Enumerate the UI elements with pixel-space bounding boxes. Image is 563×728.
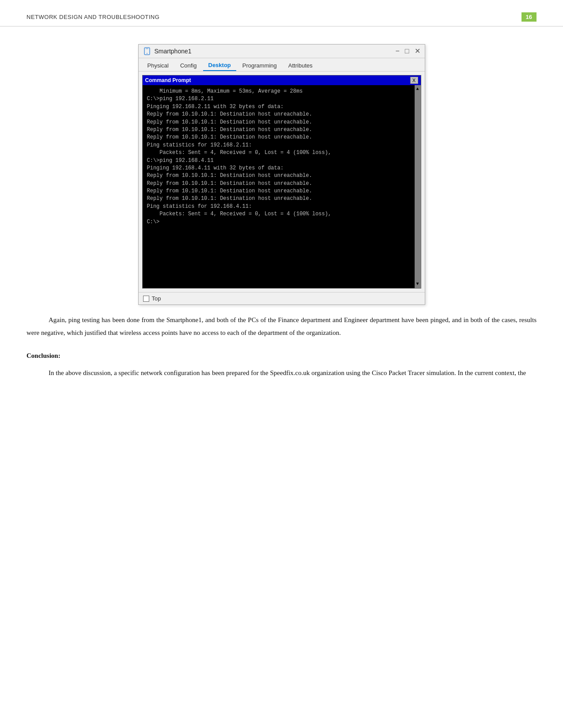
cmd-window: Command Prompt X Minimum = 8ms, Maximum …: [142, 75, 421, 289]
sim-titlebar: Smartphone1 − □ ✕: [139, 45, 425, 58]
cmd-scrollbar[interactable]: ▲ ▼: [415, 85, 421, 288]
cmd-line: Ping statistics for 192.168.4.11:: [147, 203, 409, 210]
tab-physical[interactable]: Physical: [142, 60, 174, 71]
sim-window-title: Smartphone1: [155, 48, 192, 55]
close-button[interactable]: ✕: [415, 48, 420, 55]
cmd-line: Reply from 10.10.10.1: Destination host …: [147, 111, 409, 118]
cmd-line: C:\>: [147, 218, 409, 226]
cmd-line: Ping statistics for 192.168.2.11:: [147, 142, 409, 149]
cmd-content: Minimum = 8ms, Maximum = 53ms, Average =…: [147, 88, 416, 226]
main-content: Smartphone1 − □ ✕ Physical Config Deskto…: [0, 26, 563, 404]
cmd-line: Reply from 10.10.10.1: Destination host …: [147, 195, 409, 203]
tab-attributes[interactable]: Attributes: [283, 60, 318, 71]
cmd-outer: Command Prompt X Minimum = 8ms, Maximum …: [139, 71, 425, 292]
tab-config[interactable]: Config: [175, 60, 202, 71]
cmd-line: Reply from 10.10.10.1: Destination host …: [147, 119, 409, 126]
scroll-up-arrow[interactable]: ▲: [415, 85, 419, 94]
cmd-line: Reply from 10.10.10.1: Destination host …: [147, 134, 409, 141]
cmd-line: Reply from 10.10.10.1: Destination host …: [147, 172, 409, 180]
simulator-window: Smartphone1 − □ ✕ Physical Config Deskto…: [138, 44, 425, 305]
cmd-line: Packets: Sent = 4, Received = 0, Lost = …: [147, 149, 409, 157]
cmd-line: Reply from 10.10.10.1: Destination host …: [147, 188, 409, 195]
top-label: Top: [152, 295, 161, 302]
maximize-button[interactable]: □: [405, 48, 409, 55]
cmd-title: Command Prompt: [145, 77, 191, 83]
conclusion-heading: Conclusion:: [26, 352, 537, 360]
page-number: 16: [521, 12, 537, 22]
minimize-button[interactable]: −: [395, 48, 399, 55]
sim-tabs: Physical Config Desktop Programming Attr…: [139, 58, 425, 71]
body-paragraph-2: In the above discussion, a specific netw…: [26, 367, 537, 379]
cmd-line: Reply from 10.10.10.1: Destination host …: [147, 126, 409, 134]
tab-programming[interactable]: Programming: [237, 60, 282, 71]
cmd-titlebar: Command Prompt X: [143, 75, 421, 85]
document-title: NETWORK DESIGN AND TROUBLESHOOTING: [26, 14, 159, 20]
sim-controls: − □ ✕: [395, 48, 420, 55]
scroll-down-arrow[interactable]: ▼: [415, 280, 419, 289]
tab-desktop[interactable]: Desktop: [203, 60, 236, 71]
svg-rect-1: [146, 49, 148, 49]
top-checkbox[interactable]: [143, 296, 149, 302]
cmd-body: Minimum = 8ms, Maximum = 53ms, Average =…: [143, 85, 421, 288]
sim-titlebar-left: Smartphone1: [143, 47, 192, 55]
cmd-line: Packets: Sent = 4, Received = 0, Lost = …: [147, 210, 409, 218]
cmd-line: Pinging 192.168.2.11 with 32 bytes of da…: [147, 103, 409, 111]
cmd-line: Pinging 192.168.4.11 with 32 bytes of da…: [147, 165, 409, 172]
body-paragraph-1: Again, ping testing has been done from t…: [26, 314, 537, 339]
page-header: NETWORK DESIGN AND TROUBLESHOOTING 16: [0, 0, 563, 26]
cmd-line: C:\>ping 192.168.2.11: [147, 95, 409, 103]
cmd-line: C:\>ping 192.168.4.11: [147, 157, 409, 165]
sim-footer: Top: [139, 292, 425, 304]
cmd-line: Reply from 10.10.10.1: Destination host …: [147, 180, 409, 188]
svg-point-2: [147, 53, 147, 54]
cmd-line: Minimum = 8ms, Maximum = 53ms, Average =…: [147, 88, 409, 95]
smartphone-icon: [143, 47, 151, 55]
cmd-close-button[interactable]: X: [410, 77, 418, 84]
